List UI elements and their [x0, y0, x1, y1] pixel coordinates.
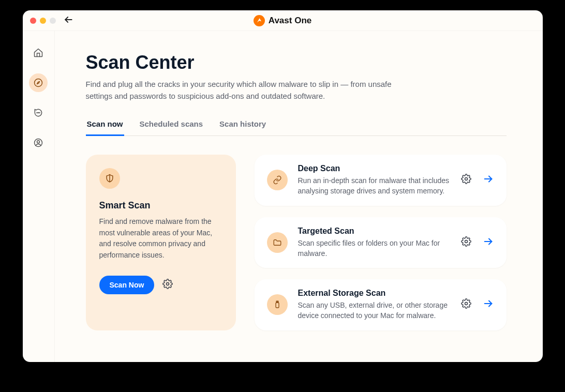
smart-scan-actions: Scan Now [99, 276, 222, 294]
back-button[interactable] [63, 14, 73, 27]
svg-point-4 [38, 113, 39, 113]
titlebar: Avast One [23, 10, 543, 31]
svg-rect-14 [276, 303, 279, 308]
nav-home[interactable] [29, 43, 48, 62]
brand: Avast One [254, 15, 311, 26]
nav-messages[interactable] [29, 103, 48, 122]
page-subtitle: Find and plug all the cracks in your sec… [86, 79, 417, 102]
arrow-right-icon [483, 298, 494, 309]
window-controls [23, 18, 56, 24]
external-scan-text: External Storage Scan Scan any USB, exte… [298, 289, 451, 321]
main: Scan Center Find and plug all the cracks… [55, 31, 543, 362]
external-scan-settings[interactable] [461, 298, 471, 311]
minimize-window[interactable] [40, 18, 46, 24]
deep-scan-run[interactable] [483, 173, 494, 187]
scan-card-external: External Storage Scan Scan any USB, exte… [255, 279, 507, 330]
smart-scan-icon-chip [99, 168, 120, 189]
arrow-left-icon [63, 14, 73, 25]
chat-icon [33, 108, 43, 118]
svg-point-5 [39, 113, 40, 113]
scan-card-targeted: Targeted Scan Scan specific files or fol… [255, 217, 507, 268]
body: Scan Center Find and plug all the cracks… [23, 31, 543, 362]
external-scan-title: External Storage Scan [298, 289, 451, 298]
targeted-scan-settings[interactable] [461, 236, 471, 249]
targeted-scan-icon-chip [267, 232, 288, 253]
deep-scan-description: Run an in-depth scan for malware that in… [298, 175, 451, 197]
avast-logo-icon [256, 17, 263, 24]
close-window[interactable] [30, 18, 36, 24]
shield-icon [105, 173, 115, 184]
nav-account[interactable] [29, 133, 48, 152]
tab-scheduled-scans[interactable]: Scheduled scans [139, 116, 204, 136]
home-icon [33, 48, 43, 58]
arrow-right-icon [483, 173, 494, 185]
external-scan-actions [461, 298, 494, 311]
svg-point-9 [167, 282, 169, 285]
targeted-scan-description: Scan specific files or folders on your M… [298, 238, 451, 259]
smart-scan-settings[interactable] [162, 279, 173, 291]
brand-logo [254, 15, 265, 26]
tab-scan-now[interactable]: Scan now [86, 116, 124, 136]
svg-point-7 [37, 141, 40, 143]
deep-scan-text: Deep Scan Run an in-depth scan for malwa… [298, 164, 451, 197]
targeted-scan-run[interactable] [483, 236, 494, 249]
usb-icon [273, 300, 282, 309]
svg-point-1 [35, 79, 42, 87]
svg-point-18 [465, 303, 467, 305]
svg-point-10 [465, 178, 467, 180]
external-scan-icon-chip [267, 294, 288, 315]
brand-name: Avast One [269, 16, 311, 26]
sidebar [23, 31, 55, 362]
page-title: Scan Center [86, 52, 507, 73]
deep-scan-icon-chip [267, 170, 288, 190]
compass-icon [33, 78, 43, 88]
svg-marker-2 [37, 82, 40, 84]
targeted-scan-actions [461, 236, 494, 249]
external-scan-description: Scan any USB, external drive, or other s… [298, 300, 451, 321]
app-window: Avast One Scan Center Find and plug all … [23, 10, 543, 362]
user-icon [33, 138, 43, 148]
external-scan-run[interactable] [483, 298, 494, 311]
gear-icon [461, 174, 471, 184]
targeted-scan-title: Targeted Scan [298, 227, 451, 236]
scan-now-button[interactable]: Scan Now [99, 276, 155, 294]
scan-card-deep: Deep Scan Run an in-depth scan for malwa… [255, 155, 507, 206]
smart-scan-description: Find and remove malware from the most vu… [99, 216, 222, 261]
svg-point-3 [37, 113, 37, 113]
link-icon [273, 175, 282, 185]
gear-icon [461, 236, 471, 247]
deep-scan-title: Deep Scan [298, 164, 451, 173]
maximize-window[interactable] [50, 18, 56, 24]
nav-explore[interactable] [29, 73, 48, 92]
scan-list: Deep Scan Run an in-depth scan for malwa… [255, 155, 507, 330]
content: Smart Scan Find and remove malware from … [86, 155, 507, 330]
folder-icon [273, 238, 282, 247]
arrow-right-icon [483, 236, 494, 247]
targeted-scan-text: Targeted Scan Scan specific files or fol… [298, 227, 451, 259]
deep-scan-settings[interactable] [461, 174, 471, 186]
deep-scan-actions [461, 173, 494, 187]
gear-icon [162, 279, 173, 289]
tab-scan-history[interactable]: Scan history [218, 116, 267, 136]
svg-point-12 [465, 240, 467, 243]
gear-icon [461, 298, 471, 309]
smart-scan-title: Smart Scan [99, 200, 222, 211]
smart-scan-card: Smart Scan Find and remove malware from … [86, 155, 236, 330]
tabs: Scan now Scheduled scans Scan history [86, 116, 507, 136]
